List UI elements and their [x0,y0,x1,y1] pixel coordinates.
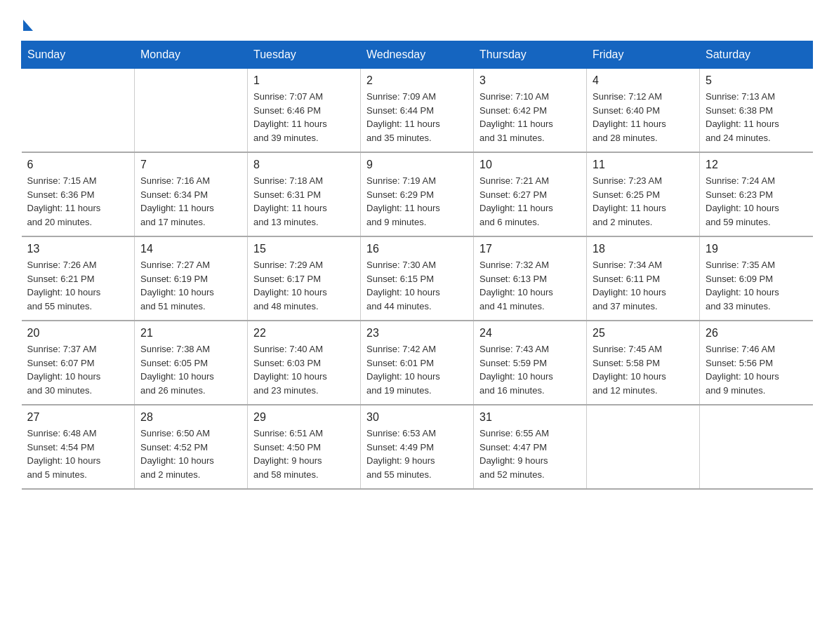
calendar-table: SundayMondayTuesdayWednesdayThursdayFrid… [21,41,813,490]
day-info: Sunrise: 6:53 AM Sunset: 4:49 PM Dayligh… [366,427,468,481]
calendar-cell: 25Sunrise: 7:45 AM Sunset: 5:58 PM Dayli… [587,321,700,405]
day-number: 18 [593,243,694,255]
day-number: 20 [27,327,129,340]
calendar-cell: 5Sunrise: 7:13 AM Sunset: 6:38 PM Daylig… [700,69,813,153]
day-info: Sunrise: 7:32 AM Sunset: 6:13 PM Dayligh… [479,258,581,313]
day-number: 26 [706,327,807,340]
calendar-cell: 18Sunrise: 7:34 AM Sunset: 6:11 PM Dayli… [587,236,700,321]
calendar-cell: 20Sunrise: 7:37 AM Sunset: 6:07 PM Dayli… [22,321,135,405]
calendar-cell: 14Sunrise: 7:27 AM Sunset: 6:19 PM Dayli… [135,236,248,321]
day-number: 24 [479,327,581,340]
calendar-cell: 26Sunrise: 7:46 AM Sunset: 5:56 PM Dayli… [700,321,813,405]
calendar-cell: 30Sunrise: 6:53 AM Sunset: 4:49 PM Dayli… [361,405,474,489]
day-number: 4 [593,74,694,87]
day-info: Sunrise: 7:13 AM Sunset: 6:38 PM Dayligh… [706,90,807,145]
weekday-header-thursday: Thursday [474,41,587,69]
day-number: 13 [27,243,129,255]
day-info: Sunrise: 7:27 AM Sunset: 6:19 PM Dayligh… [140,258,241,313]
day-info: Sunrise: 7:35 AM Sunset: 6:09 PM Dayligh… [706,258,807,313]
calendar-cell: 9Sunrise: 7:19 AM Sunset: 6:29 PM Daylig… [361,152,474,236]
day-number: 29 [253,411,355,424]
day-number: 17 [479,243,581,255]
day-number: 8 [253,159,355,171]
day-info: Sunrise: 6:51 AM Sunset: 4:50 PM Dayligh… [253,427,355,481]
day-info: Sunrise: 7:43 AM Sunset: 5:59 PM Dayligh… [479,342,581,397]
day-info: Sunrise: 7:12 AM Sunset: 6:40 PM Dayligh… [593,90,694,145]
calendar-cell: 19Sunrise: 7:35 AM Sunset: 6:09 PM Dayli… [700,236,813,321]
calendar-cell: 15Sunrise: 7:29 AM Sunset: 6:17 PM Dayli… [248,236,361,321]
calendar-cell: 23Sunrise: 7:42 AM Sunset: 6:01 PM Dayli… [361,321,474,405]
day-info: Sunrise: 7:24 AM Sunset: 6:23 PM Dayligh… [706,174,807,229]
calendar-cell: 7Sunrise: 7:16 AM Sunset: 6:34 PM Daylig… [135,152,248,236]
logo [21,20,33,34]
calendar-cell: 6Sunrise: 7:15 AM Sunset: 6:36 PM Daylig… [22,152,135,236]
day-info: Sunrise: 7:19 AM Sunset: 6:29 PM Dayligh… [366,174,468,229]
day-info: Sunrise: 7:40 AM Sunset: 6:03 PM Dayligh… [253,342,355,397]
day-number: 19 [706,243,807,255]
day-number: 21 [140,327,241,340]
day-number: 27 [27,411,129,424]
calendar-cell [135,69,248,153]
day-info: Sunrise: 7:16 AM Sunset: 6:34 PM Dayligh… [140,174,241,229]
calendar-week-5: 27Sunrise: 6:48 AM Sunset: 4:54 PM Dayli… [22,405,813,489]
day-number: 12 [706,159,807,171]
calendar-cell: 4Sunrise: 7:12 AM Sunset: 6:40 PM Daylig… [587,69,700,153]
calendar-cell: 28Sunrise: 6:50 AM Sunset: 4:52 PM Dayli… [135,405,248,489]
calendar-cell: 1Sunrise: 7:07 AM Sunset: 6:46 PM Daylig… [248,69,361,153]
calendar-week-3: 13Sunrise: 7:26 AM Sunset: 6:21 PM Dayli… [22,236,813,321]
weekday-header-sunday: Sunday [22,41,135,69]
calendar-cell: 24Sunrise: 7:43 AM Sunset: 5:59 PM Dayli… [474,321,587,405]
day-info: Sunrise: 6:50 AM Sunset: 4:52 PM Dayligh… [140,427,241,481]
calendar-cell: 3Sunrise: 7:10 AM Sunset: 6:42 PM Daylig… [474,69,587,153]
calendar-cell: 27Sunrise: 6:48 AM Sunset: 4:54 PM Dayli… [22,405,135,489]
calendar-cell: 11Sunrise: 7:23 AM Sunset: 6:25 PM Dayli… [587,152,700,236]
calendar-cell: 17Sunrise: 7:32 AM Sunset: 6:13 PM Dayli… [474,236,587,321]
day-info: Sunrise: 7:34 AM Sunset: 6:11 PM Dayligh… [593,258,694,313]
calendar-week-4: 20Sunrise: 7:37 AM Sunset: 6:07 PM Dayli… [22,321,813,405]
calendar-cell: 22Sunrise: 7:40 AM Sunset: 6:03 PM Dayli… [248,321,361,405]
day-info: Sunrise: 7:23 AM Sunset: 6:25 PM Dayligh… [593,174,694,229]
calendar-cell: 12Sunrise: 7:24 AM Sunset: 6:23 PM Dayli… [700,152,813,236]
calendar-cell: 2Sunrise: 7:09 AM Sunset: 6:44 PM Daylig… [361,69,474,153]
day-info: Sunrise: 7:26 AM Sunset: 6:21 PM Dayligh… [27,258,129,313]
calendar-week-2: 6Sunrise: 7:15 AM Sunset: 6:36 PM Daylig… [22,152,813,236]
day-info: Sunrise: 7:18 AM Sunset: 6:31 PM Dayligh… [253,174,355,229]
calendar-cell: 8Sunrise: 7:18 AM Sunset: 6:31 PM Daylig… [248,152,361,236]
day-number: 3 [479,74,581,87]
day-info: Sunrise: 7:45 AM Sunset: 5:58 PM Dayligh… [593,342,694,397]
day-info: Sunrise: 7:09 AM Sunset: 6:44 PM Dayligh… [366,90,468,145]
day-info: Sunrise: 7:37 AM Sunset: 6:07 PM Dayligh… [27,342,129,397]
page-header [21,14,813,34]
day-info: Sunrise: 7:38 AM Sunset: 6:05 PM Dayligh… [140,342,241,397]
day-number: 5 [706,74,807,87]
calendar-cell [700,405,813,489]
weekday-header-monday: Monday [135,41,248,69]
weekday-header-friday: Friday [587,41,700,69]
day-info: Sunrise: 6:48 AM Sunset: 4:54 PM Dayligh… [27,427,129,481]
day-info: Sunrise: 7:07 AM Sunset: 6:46 PM Dayligh… [253,90,355,145]
calendar-cell: 16Sunrise: 7:30 AM Sunset: 6:15 PM Dayli… [361,236,474,321]
day-info: Sunrise: 7:42 AM Sunset: 6:01 PM Dayligh… [366,342,468,397]
calendar-cell [22,69,135,153]
day-number: 16 [366,243,468,255]
calendar-cell: 31Sunrise: 6:55 AM Sunset: 4:47 PM Dayli… [474,405,587,489]
day-number: 6 [27,159,129,171]
day-number: 30 [366,411,468,424]
day-info: Sunrise: 7:29 AM Sunset: 6:17 PM Dayligh… [253,258,355,313]
day-number: 28 [140,411,241,424]
calendar-week-1: 1Sunrise: 7:07 AM Sunset: 6:46 PM Daylig… [22,69,813,153]
day-number: 9 [366,159,468,171]
day-number: 2 [366,74,468,87]
day-number: 7 [140,159,241,171]
calendar-cell: 13Sunrise: 7:26 AM Sunset: 6:21 PM Dayli… [22,236,135,321]
calendar-cell [587,405,700,489]
weekday-header-wednesday: Wednesday [361,41,474,69]
day-number: 31 [479,411,581,424]
day-info: Sunrise: 7:10 AM Sunset: 6:42 PM Dayligh… [479,90,581,145]
day-info: Sunrise: 6:55 AM Sunset: 4:47 PM Dayligh… [479,427,581,481]
day-info: Sunrise: 7:30 AM Sunset: 6:15 PM Dayligh… [366,258,468,313]
day-info: Sunrise: 7:46 AM Sunset: 5:56 PM Dayligh… [706,342,807,397]
day-number: 10 [479,159,581,171]
day-number: 11 [593,159,694,171]
weekday-header-row: SundayMondayTuesdayWednesdayThursdayFrid… [22,41,813,69]
